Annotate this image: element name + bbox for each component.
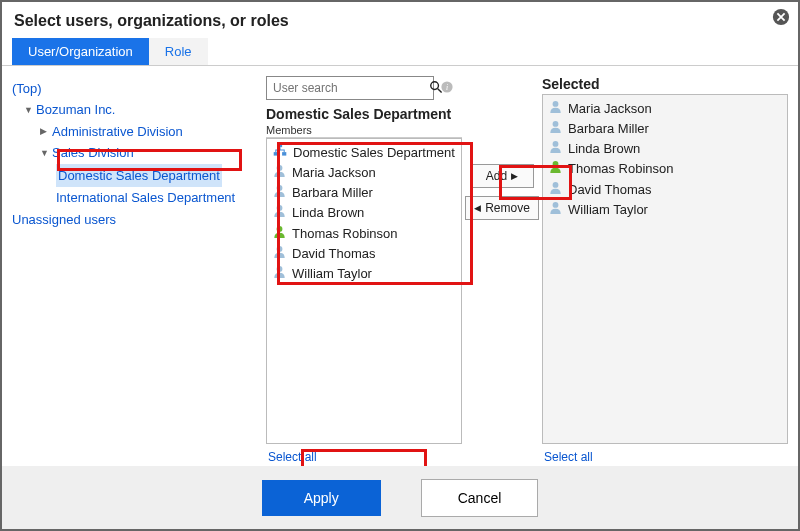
members-column: i Domestic Sales Department Members Dome… [266,76,462,464]
list-item[interactable]: David Thomas [549,180,781,200]
chevron-right-icon: ▶ [511,171,518,181]
org-tree: (Top) ▼ Bozuman Inc. ▶ Administrative Di… [12,76,260,464]
list-item-label: William Taylor [292,264,372,284]
selected-heading: Selected [542,76,788,94]
list-item[interactable]: Maria Jackson [273,163,455,183]
list-item[interactable]: Linda Brown [273,203,455,223]
list-item-label: David Thomas [292,244,376,264]
search-input-wrapper [266,76,434,100]
list-item[interactable]: William Taylor [273,264,455,284]
list-item[interactable]: Barbara Miller [549,119,781,139]
members-label: Members [266,124,462,138]
org-icon [273,143,287,163]
members-heading: Domestic Sales Department [266,106,462,122]
user-icon [549,139,562,159]
apply-button[interactable]: Apply [262,480,381,516]
svg-point-19 [553,202,559,208]
list-item-label: Barbara Miller [568,119,649,139]
list-item[interactable]: Thomas Robinson [273,224,455,244]
svg-text:i: i [446,82,448,91]
tree-node-administrative[interactable]: Administrative Division [52,121,183,142]
svg-rect-5 [278,144,282,148]
tree-node-international-sales[interactable]: International Sales Department [56,187,235,208]
list-item-label: Linda Brown [292,203,364,223]
list-item-label: Linda Brown [568,139,640,159]
tree-node-bozuman[interactable]: Bozuman Inc. [36,99,116,120]
user-icon [549,119,562,139]
chevron-right-icon[interactable]: ▶ [40,124,50,139]
remove-button[interactable]: ◀ Remove [465,196,539,220]
tab-role[interactable]: Role [149,38,208,65]
svg-point-8 [277,165,283,171]
user-icon [273,224,286,244]
list-item-label: Barbara Miller [292,183,373,203]
dialog: Select users, organizations, or roles Us… [0,0,800,531]
tree-unassigned-users[interactable]: Unassigned users [12,209,116,230]
svg-point-15 [553,121,559,127]
user-icon [273,203,286,223]
dialog-footer: Apply Cancel [2,466,798,529]
selected-column: Selected Maria JacksonBarbara MillerLind… [542,76,788,464]
user-icon [549,180,562,200]
user-icon [273,244,286,264]
list-item-label: Maria Jackson [292,163,376,183]
svg-point-16 [553,141,559,147]
user-icon [549,159,562,179]
list-item-label: Thomas Robinson [568,159,674,179]
list-item[interactable]: Domestic Sales Department [273,143,455,163]
list-item-label: Domestic Sales Department [293,143,455,163]
search-input[interactable] [267,79,429,97]
user-icon [549,200,562,220]
svg-rect-6 [274,152,278,156]
tree-node-domestic-sales[interactable]: Domestic Sales Department [56,164,222,187]
list-item[interactable]: Maria Jackson [549,99,781,119]
user-icon [273,264,286,284]
user-icon [549,99,562,119]
list-item[interactable]: Linda Brown [549,139,781,159]
tree-top-link[interactable]: (Top) [12,78,42,99]
svg-point-13 [277,266,283,272]
list-item-label: William Taylor [568,200,648,220]
chevron-down-icon[interactable]: ▼ [40,146,50,161]
list-item[interactable]: David Thomas [273,244,455,264]
add-button-label: Add [486,169,507,183]
svg-point-17 [553,161,559,167]
selected-select-all[interactable]: Select all [544,450,593,464]
list-item-label: Thomas Robinson [292,224,398,244]
close-icon[interactable] [772,8,790,26]
dialog-title: Select users, organizations, or roles [2,2,798,38]
tab-user-organization[interactable]: User/Organization [12,38,149,65]
chevron-down-icon[interactable]: ▼ [24,103,34,118]
svg-rect-7 [282,152,286,156]
svg-point-1 [431,81,439,89]
svg-point-11 [277,226,283,232]
list-item-label: Maria Jackson [568,99,652,119]
svg-point-10 [277,205,283,211]
tabs: User/Organization Role [2,38,798,66]
list-item[interactable]: Thomas Robinson [549,159,781,179]
svg-point-14 [553,101,559,107]
chevron-left-icon: ◀ [474,203,481,213]
tree-node-sales-division[interactable]: Sales Division [52,142,134,163]
list-item-label: David Thomas [568,180,652,200]
members-select-all[interactable]: Select all [268,450,317,464]
add-button[interactable]: Add ▶ [470,164,534,188]
transfer-buttons: Add ▶ ◀ Remove [468,76,536,464]
info-icon[interactable]: i [440,80,454,97]
user-icon [273,183,286,203]
dialog-body: (Top) ▼ Bozuman Inc. ▶ Administrative Di… [2,66,798,466]
remove-button-label: Remove [485,201,530,215]
svg-point-18 [553,182,559,188]
user-icon [273,163,286,183]
svg-point-9 [277,185,283,191]
cancel-button[interactable]: Cancel [421,479,539,517]
list-item[interactable]: Barbara Miller [273,183,455,203]
selected-list: Maria JacksonBarbara MillerLinda BrownTh… [542,94,788,444]
svg-point-12 [277,246,283,252]
members-list: Domestic Sales DepartmentMaria JacksonBa… [266,138,462,444]
list-item[interactable]: William Taylor [549,200,781,220]
